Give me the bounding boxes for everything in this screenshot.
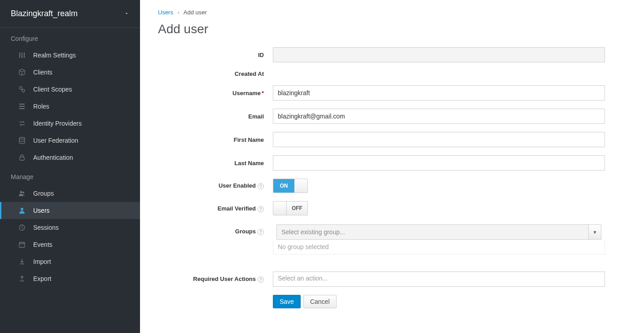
svg-point-9 bbox=[21, 208, 23, 210]
exchange-icon bbox=[18, 119, 26, 127]
svg-point-7 bbox=[20, 191, 22, 193]
sliders-icon bbox=[18, 51, 26, 59]
email-verified-label: Email Verified? bbox=[158, 205, 273, 212]
chevron-right-icon: › bbox=[178, 9, 180, 16]
help-icon[interactable]: ? bbox=[258, 276, 264, 283]
save-button[interactable]: Save bbox=[273, 295, 301, 308]
email-field[interactable] bbox=[273, 109, 605, 124]
first-name-label: First Name bbox=[158, 136, 273, 143]
sidebar-item-label: Client Scopes bbox=[33, 86, 72, 93]
sidebar-item-label: Authentication bbox=[33, 154, 73, 161]
last-name-field[interactable] bbox=[273, 155, 605, 171]
sidebar-item-user-federation[interactable]: User Federation bbox=[0, 132, 140, 149]
import-icon bbox=[18, 258, 26, 266]
caret-down-icon: ▼ bbox=[588, 225, 601, 239]
help-icon[interactable]: ? bbox=[258, 183, 264, 189]
sidebar-item-label: Export bbox=[33, 275, 51, 282]
sidebar-item-label: Sessions bbox=[33, 224, 59, 231]
svg-point-5 bbox=[19, 137, 25, 139]
sidebar: Blazingkraft_realm Configure Realm Setti… bbox=[0, 0, 140, 333]
user-enabled-toggle[interactable]: ON bbox=[273, 179, 308, 193]
page-title: Add user bbox=[158, 22, 626, 36]
sidebar-item-label: Realm Settings bbox=[33, 52, 76, 59]
first-name-field[interactable] bbox=[273, 132, 605, 147]
username-field[interactable] bbox=[273, 85, 605, 101]
sidebar-item-users[interactable]: Users bbox=[0, 202, 140, 219]
required-actions-select[interactable]: Select an action... bbox=[273, 272, 605, 287]
created-at-label: Created At bbox=[158, 70, 273, 77]
cube-icon bbox=[18, 68, 26, 76]
sidebar-item-roles[interactable]: Roles bbox=[0, 98, 140, 115]
user-icon bbox=[18, 206, 26, 215]
breadcrumb-parent[interactable]: Users bbox=[158, 9, 173, 16]
sidebar-item-events[interactable]: Events bbox=[0, 236, 140, 253]
groups-label: Groups? bbox=[158, 224, 273, 235]
user-enabled-label: User Enabled? bbox=[158, 182, 273, 189]
configure-header: Configure bbox=[0, 28, 140, 47]
help-icon[interactable]: ? bbox=[258, 206, 264, 212]
svg-rect-11 bbox=[19, 242, 25, 247]
id-label: ID bbox=[158, 52, 273, 58]
groups-select[interactable]: Select existing group... ▼ bbox=[276, 224, 601, 240]
realm-selector[interactable]: Blazingkraft_realm bbox=[0, 0, 140, 28]
sidebar-item-authentication[interactable]: Authentication bbox=[0, 149, 140, 166]
help-icon[interactable]: ? bbox=[258, 229, 264, 235]
lock-icon bbox=[18, 153, 26, 162]
sidebar-item-label: Groups bbox=[33, 190, 54, 197]
svg-rect-6 bbox=[20, 157, 24, 160]
sidebar-item-label: Roles bbox=[33, 103, 49, 110]
sidebar-item-realm-settings[interactable]: Realm Settings bbox=[0, 47, 140, 64]
clock-icon bbox=[18, 223, 26, 232]
realm-name: Blazingkraft_realm bbox=[11, 9, 78, 18]
svg-point-2 bbox=[24, 56, 25, 57]
sidebar-item-client-scopes[interactable]: Client Scopes bbox=[0, 81, 140, 98]
users-icon bbox=[18, 189, 26, 197]
email-verified-toggle[interactable]: OFF bbox=[273, 201, 308, 215]
groups-empty-text: No group selected bbox=[273, 240, 605, 254]
chevron-down-icon bbox=[124, 10, 129, 18]
main-content: Users › Add user Add user ID Created At … bbox=[140, 0, 644, 333]
export-icon bbox=[18, 275, 26, 283]
sidebar-item-label: Import bbox=[33, 258, 51, 265]
cancel-button[interactable]: Cancel bbox=[303, 295, 337, 308]
database-icon bbox=[18, 136, 26, 145]
svg-point-0 bbox=[19, 55, 21, 57]
required-actions-label: Required User Actions? bbox=[158, 276, 273, 283]
sidebar-item-label: Identity Providers bbox=[33, 120, 82, 127]
sidebar-item-identity-providers[interactable]: Identity Providers bbox=[0, 115, 140, 132]
manage-header: Manage bbox=[0, 166, 140, 185]
svg-point-8 bbox=[22, 192, 24, 193]
svg-point-1 bbox=[22, 54, 23, 55]
sidebar-item-label: Clients bbox=[33, 69, 53, 76]
calendar-icon bbox=[18, 241, 26, 249]
username-label: Username* bbox=[158, 90, 273, 96]
sidebar-item-sessions[interactable]: Sessions bbox=[0, 219, 140, 236]
sidebar-item-label: Users bbox=[33, 207, 50, 214]
list-icon bbox=[18, 102, 26, 110]
sidebar-item-label: User Federation bbox=[33, 137, 78, 144]
breadcrumb: Users › Add user bbox=[158, 9, 626, 16]
email-label: Email bbox=[158, 113, 273, 120]
id-field bbox=[273, 47, 605, 62]
sidebar-item-clients[interactable]: Clients bbox=[0, 64, 140, 81]
sidebar-item-groups[interactable]: Groups bbox=[0, 185, 140, 202]
breadcrumb-current: Add user bbox=[184, 9, 207, 16]
scopes-icon bbox=[18, 85, 26, 93]
sidebar-item-label: Events bbox=[33, 241, 53, 248]
last-name-label: Last Name bbox=[158, 160, 273, 166]
sidebar-item-export[interactable]: Export bbox=[0, 270, 140, 287]
sidebar-item-import[interactable]: Import bbox=[0, 253, 140, 270]
